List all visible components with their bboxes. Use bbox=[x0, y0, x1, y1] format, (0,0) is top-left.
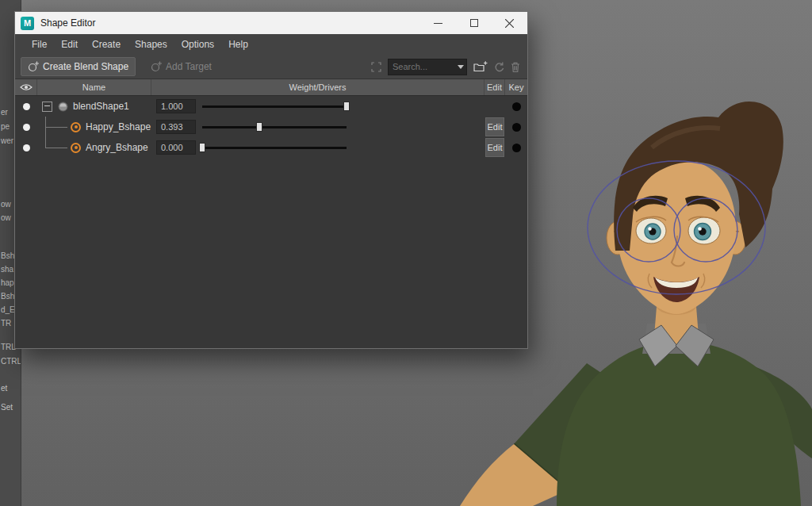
edit-target-button[interactable]: Edit bbox=[485, 138, 504, 157]
create-blend-shape-icon bbox=[28, 61, 39, 72]
menubar: File Edit Create Shapes Options Help bbox=[15, 34, 527, 55]
maximize-icon bbox=[470, 19, 478, 27]
add-target-label: Add Target bbox=[166, 61, 212, 72]
titlebar[interactable]: M Shape Editor bbox=[15, 12, 527, 34]
create-blend-shape-label: Create Blend Shape bbox=[43, 61, 128, 72]
outliner-item[interactable]: CTRL bbox=[1, 357, 21, 366]
frame-selection-icon[interactable] bbox=[371, 62, 381, 72]
search-box bbox=[388, 59, 467, 75]
menu-file[interactable]: File bbox=[25, 39, 54, 50]
table-row[interactable]: Angry_Bshape 0.000 Edit bbox=[15, 137, 527, 158]
outliner-item[interactable]: Bsh bbox=[1, 292, 14, 301]
slider-handle[interactable] bbox=[343, 102, 350, 111]
menu-create[interactable]: Create bbox=[85, 39, 128, 50]
close-icon bbox=[505, 19, 514, 28]
key-dot[interactable] bbox=[512, 123, 521, 132]
outliner-item[interactable]: wer bbox=[1, 136, 13, 145]
tree-connector bbox=[45, 137, 71, 158]
outliner-item[interactable]: Set bbox=[1, 403, 13, 412]
visibility-column-header bbox=[15, 79, 37, 95]
search-input[interactable] bbox=[389, 62, 455, 71]
folder-add-icon[interactable] bbox=[473, 61, 488, 72]
outliner-item[interactable]: sha bbox=[1, 265, 13, 274]
expand-toggle[interactable] bbox=[42, 102, 52, 112]
key-dot[interactable] bbox=[512, 144, 521, 152]
minimize-button[interactable] bbox=[420, 12, 456, 34]
chevron-down-icon bbox=[458, 65, 464, 69]
window-title: Shape Editor bbox=[40, 17, 95, 29]
menu-shapes[interactable]: Shapes bbox=[128, 39, 174, 50]
outliner-item[interactable]: er bbox=[1, 108, 8, 117]
visibility-toggle[interactable] bbox=[23, 103, 30, 110]
shape-editor-window: M Shape Editor File Edit Create Shapes O… bbox=[14, 11, 528, 349]
eye-icon bbox=[20, 83, 33, 91]
minimize-icon bbox=[434, 19, 442, 28]
target-name-label[interactable]: Happy_Bshape bbox=[86, 121, 151, 132]
slider-track bbox=[202, 126, 347, 128]
key-column-header: Key bbox=[505, 79, 527, 95]
close-button[interactable] bbox=[492, 12, 527, 34]
menu-options[interactable]: Options bbox=[174, 39, 221, 50]
outliner-item[interactable]: d_E bbox=[1, 305, 15, 314]
name-column-header[interactable]: Name bbox=[37, 79, 151, 95]
edit-column-header: Edit bbox=[485, 79, 505, 95]
visibility-toggle[interactable] bbox=[23, 144, 30, 151]
node-name-label[interactable]: blendShape1 bbox=[73, 101, 129, 112]
outliner-item[interactable]: et bbox=[1, 384, 7, 393]
maya-app-icon[interactable]: M bbox=[21, 17, 34, 30]
maximize-button[interactable] bbox=[456, 12, 492, 34]
blendshape-node-icon bbox=[57, 101, 69, 113]
character-torso bbox=[557, 341, 801, 506]
slider-track bbox=[202, 105, 347, 108]
weight-slider[interactable] bbox=[202, 117, 347, 137]
table-header: Name Weight/Drivers Edit Key bbox=[15, 79, 527, 96]
blend-target-icon bbox=[71, 122, 81, 132]
weight-value-field[interactable]: 0.000 bbox=[156, 140, 196, 155]
create-blend-shape-button[interactable]: Create Blend Shape bbox=[21, 57, 136, 76]
weight-column-header[interactable]: Weight/Drivers bbox=[151, 79, 485, 95]
key-dot[interactable] bbox=[512, 102, 521, 111]
menu-help[interactable]: Help bbox=[221, 39, 255, 50]
blend-target-icon bbox=[71, 143, 81, 153]
outliner-item[interactable]: TR bbox=[1, 319, 11, 328]
weight-slider[interactable] bbox=[202, 96, 347, 117]
outliner-item[interactable]: ow bbox=[1, 213, 11, 222]
toolbar: Create Blend Shape Add Target bbox=[15, 55, 527, 79]
refresh-loop-icon[interactable] bbox=[494, 62, 504, 72]
weight-value-field[interactable]: 1.000 bbox=[156, 99, 196, 113]
add-target-button[interactable]: Add Target bbox=[144, 57, 219, 76]
table-row[interactable]: blendShape1 1.000 bbox=[15, 96, 527, 117]
trash-icon[interactable] bbox=[511, 62, 520, 72]
slider-handle[interactable] bbox=[199, 143, 205, 152]
weight-value-field[interactable]: 0.393 bbox=[156, 120, 196, 134]
add-target-icon bbox=[151, 61, 162, 72]
weight-slider[interactable] bbox=[202, 137, 347, 158]
target-name-label[interactable]: Angry_Bshape bbox=[86, 142, 148, 153]
tree-connector bbox=[45, 117, 71, 137]
shape-list: blendShape1 1.000 Happy_Bshape 0.393 bbox=[15, 96, 527, 348]
outliner-item[interactable]: Bsh bbox=[1, 251, 14, 260]
outliner-item[interactable]: ow bbox=[1, 200, 11, 209]
edit-target-button[interactable]: Edit bbox=[485, 117, 504, 136]
outliner-item[interactable]: pe bbox=[1, 122, 10, 131]
menu-edit[interactable]: Edit bbox=[54, 39, 85, 50]
slider-track bbox=[202, 147, 347, 149]
table-row[interactable]: Happy_Bshape 0.393 Edit bbox=[15, 117, 527, 137]
visibility-toggle[interactable] bbox=[23, 124, 30, 131]
search-filter-dropdown[interactable] bbox=[455, 65, 466, 69]
slider-handle[interactable] bbox=[256, 122, 262, 132]
